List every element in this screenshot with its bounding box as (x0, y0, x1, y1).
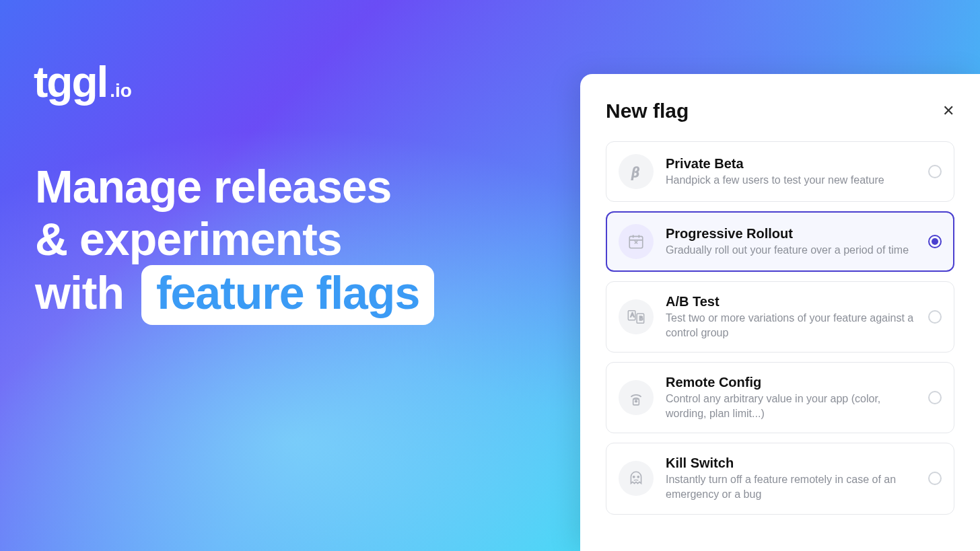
option-title: Progressive Rollout (666, 226, 919, 242)
option-title: Kill Switch (666, 455, 919, 471)
option-desc: Instantly turn off a feature remotely in… (666, 472, 919, 501)
option-desc: Gradually roll out your feature over a p… (666, 243, 919, 258)
new-flag-panel: New flag ✕ β Private Beta Handpick a few… (580, 74, 980, 551)
svg-text:B: B (639, 316, 643, 322)
option-progressive-rollout[interactable]: Progressive Rollout Gradually roll out y… (606, 211, 954, 272)
option-desc: Control any arbitrary value in your app … (666, 392, 919, 420)
option-text: Private Beta Handpick a few users to tes… (666, 156, 919, 188)
calendar-icon (619, 224, 654, 259)
option-text: Progressive Rollout Gradually roll out y… (666, 226, 919, 258)
option-desc: Handpick a few users to test your new fe… (666, 173, 919, 188)
option-kill-switch[interactable]: Kill Switch Instantly turn off a feature… (606, 443, 954, 514)
svg-point-8 (633, 476, 635, 478)
option-title: Private Beta (666, 156, 919, 172)
headline-line2: & experiments (35, 213, 434, 265)
option-ab-test[interactable]: AB A/B Test Test two or more variations … (606, 281, 954, 353)
ab-test-icon: AB (619, 299, 654, 334)
radio-indicator (928, 310, 942, 324)
headline-highlight: feature flags (141, 265, 434, 324)
headline-line3: with (35, 267, 124, 318)
radio-indicator (928, 165, 942, 178)
panel-title: New flag (606, 100, 689, 122)
wifi-icon (619, 380, 654, 415)
radio-indicator (928, 472, 942, 485)
option-text: A/B Test Test two or more variations of … (666, 294, 919, 340)
svg-point-9 (637, 476, 639, 478)
headline: Manage releases & experiments with featu… (35, 160, 434, 325)
radio-indicator (928, 391, 942, 404)
option-title: Remote Config (666, 375, 919, 390)
option-text: Remote Config Control any arbitrary valu… (666, 375, 919, 420)
ghost-icon (619, 461, 654, 496)
close-icon[interactable]: ✕ (942, 104, 954, 118)
svg-point-6 (635, 400, 637, 402)
svg-text:A: A (631, 312, 635, 318)
headline-line1: Manage releases (35, 160, 434, 213)
logo-text: tggl (34, 57, 107, 107)
option-private-beta[interactable]: β Private Beta Handpick a few users to t… (606, 141, 954, 202)
beta-icon: β (619, 154, 654, 189)
option-remote-config[interactable]: Remote Config Control any arbitrary valu… (606, 362, 954, 433)
option-desc: Test two or more variations of your feat… (666, 311, 919, 340)
option-text: Kill Switch Instantly turn off a feature… (666, 455, 919, 501)
svg-text:β: β (631, 164, 639, 180)
option-title: A/B Test (666, 294, 919, 309)
radio-indicator (928, 235, 942, 248)
logo-domain: .io (110, 80, 132, 102)
logo: tggl .io (34, 57, 132, 107)
panel-header: New flag ✕ (606, 100, 954, 122)
